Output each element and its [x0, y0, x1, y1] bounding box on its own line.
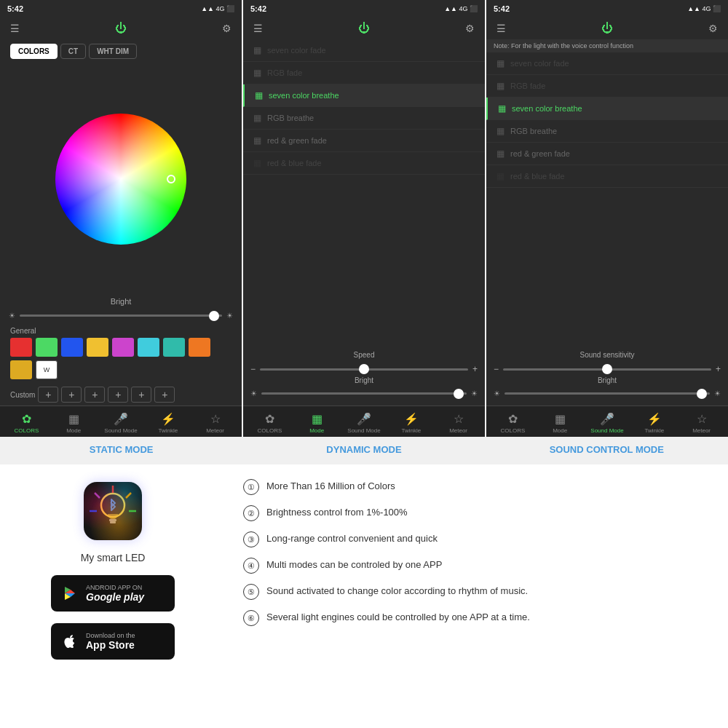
nav-sound-icon-2: 🎤 — [357, 412, 371, 426]
nav-mode-1[interactable]: ▦ Mode — [50, 412, 98, 434]
mode-item-rgbfade-3[interactable]: ▦ RGB fade — [486, 75, 728, 98]
nav-sound-label-1: Sound Mode — [104, 427, 137, 434]
nav-colors-2[interactable]: ✿ COLORS — [246, 412, 293, 434]
bright-slider-3[interactable] — [505, 392, 710, 395]
menu-icon-1[interactable]: ☰ — [10, 23, 20, 34]
gear-icon-2[interactable]: ⚙ — [465, 23, 475, 34]
nav-twinkle-2[interactable]: ⚡ Twinkle — [387, 412, 435, 434]
mode-item-rgfade-3[interactable]: ▦ red & green fade — [486, 143, 728, 165]
mode-icon-rgbbreathe-3: ▦ — [496, 126, 505, 136]
speed-plus-icon-2[interactable]: + — [472, 364, 478, 374]
tab-ct[interactable]: CT — [60, 44, 86, 59]
bright-control-row-2: ☀ ☀ — [250, 387, 478, 400]
bright-max-icon-2: ☀ — [471, 389, 478, 397]
custom-add-5[interactable]: + — [131, 387, 151, 403]
tab-wht-dim[interactable]: WHT DIM — [89, 44, 137, 59]
label-sound: SOUND CONTROL MODE — [486, 443, 728, 456]
swatch-blue[interactable] — [61, 338, 83, 357]
swatch-white[interactable]: W — [36, 360, 58, 379]
app-store-text: Download on the App Store — [86, 632, 135, 651]
speed-slider-2[interactable] — [260, 368, 468, 371]
color-wheel-container — [0, 63, 242, 294]
bright-slider-2[interactable] — [261, 392, 467, 395]
mode-item-breathe-2[interactable]: ▦ seven color breathe — [243, 84, 485, 107]
feature-6: ⑥ Several light engines could be control… — [243, 610, 711, 626]
nav-mode-3[interactable]: ▦ Mode — [537, 412, 584, 434]
speed-minus-icon-2[interactable]: − — [250, 364, 256, 374]
mode-icon-rbfade-2: ▦ — [253, 158, 261, 168]
mode-icon-rgbbreathe-2: ▦ — [253, 113, 261, 123]
mode-item-rgfade-2[interactable]: ▦ red & green fade — [243, 130, 485, 152]
menu-icon-3[interactable]: ☰ — [496, 23, 506, 34]
swatch-teal[interactable] — [163, 338, 185, 357]
controls-section-3: Sound sensitivity − + Bright ☀ ☀ — [486, 345, 728, 405]
tab-row: COLORS CT WHT DIM — [0, 39, 242, 63]
color-wheel[interactable] — [55, 114, 186, 245]
nav-colors-3[interactable]: ✿ COLORS — [489, 412, 537, 434]
phone-sound: 5:42 ▲▲ 4G ⬛ ☰ ⏻ ⚙ Note: For the light w… — [486, 0, 728, 437]
gear-icon-3[interactable]: ⚙ — [708, 23, 718, 34]
nav-sound-1[interactable]: 🎤 Sound Mode — [98, 412, 145, 434]
mode-item-fade7-3[interactable]: ▦ seven color fade — [486, 52, 728, 75]
nav-sound-3[interactable]: 🎤 Sound Mode — [584, 412, 631, 434]
bright-min-icon-2: ☀ — [250, 389, 257, 397]
nav-meteor-1[interactable]: ☆ Meteor — [191, 412, 239, 434]
swatch-orange[interactable] — [189, 338, 210, 357]
nav-sound-2[interactable]: 🎤 Sound Mode — [341, 412, 388, 434]
status-time-1: 5:42 — [7, 4, 23, 13]
power-icon-1[interactable]: ⏻ — [115, 22, 127, 35]
menu-icon-2[interactable]: ☰ — [253, 23, 263, 34]
mode-item-rgbbreathe-3[interactable]: ▦ RGB breathe — [486, 120, 728, 143]
swatch-yellow[interactable] — [87, 338, 108, 357]
nav-meteor-3[interactable]: ☆ Meteor — [678, 412, 725, 434]
custom-add-4[interactable]: + — [108, 387, 128, 403]
phone-dynamic: 5:42 ▲▲ 4G ⬛ ☰ ⏻ ⚙ ▦ seven color fade ▦ … — [243, 0, 486, 437]
label-dynamic-text: DYNAMIC MODE — [326, 444, 401, 455]
nav-colors-label-3: COLORS — [501, 427, 526, 434]
swatch-green[interactable] — [36, 338, 58, 357]
mode-item-rgbbreathe-2[interactable]: ▦ RGB breathe — [243, 107, 485, 130]
sound-slider-3[interactable] — [503, 368, 711, 371]
voice-note: Note: For the light with the voice contr… — [486, 39, 728, 52]
power-icon-3[interactable]: ⏻ — [601, 22, 613, 35]
nav-colors-label-1: COLORS — [15, 427, 39, 434]
nav-colors-1[interactable]: ✿ COLORS — [3, 412, 50, 434]
feature-num-6: ⑥ — [243, 610, 259, 626]
mode-item-fade7-2[interactable]: ▦ seven color fade — [243, 39, 485, 62]
brightness-slider[interactable] — [20, 314, 222, 317]
sound-plus-icon-3[interactable]: + — [716, 364, 721, 374]
nav-mode-icon-1: ▦ — [68, 412, 79, 426]
custom-add-1[interactable]: + — [38, 387, 58, 403]
mode-item-rbfade-3[interactable]: ▦ red & blue fade — [486, 165, 728, 188]
app-store-badge[interactable]: Download on the App Store — [51, 623, 175, 660]
content-section: My smart LED ANDROID APP ON Google play … — [0, 464, 728, 677]
nav-sound-icon-1: 🎤 — [114, 412, 128, 426]
custom-add-2[interactable]: + — [61, 387, 82, 403]
nav-meteor-2[interactable]: ☆ Meteor — [435, 412, 482, 434]
swatch-purple[interactable] — [112, 338, 134, 357]
mode-item-breathe-3[interactable]: ▦ seven color breathe — [486, 98, 728, 120]
mode-label-rbfade-2: red & blue fade — [267, 159, 322, 167]
gear-icon-1[interactable]: ⚙ — [222, 23, 232, 34]
google-play-badge[interactable]: ANDROID APP ON Google play — [51, 575, 175, 612]
custom-add-6[interactable]: + — [154, 387, 175, 403]
custom-add-3[interactable]: + — [84, 387, 105, 403]
power-icon-2[interactable]: ⏻ — [358, 22, 370, 35]
nav-twinkle-1[interactable]: ⚡ Twinkle — [144, 412, 191, 434]
mode-item-rbfade-2[interactable]: ▦ red & blue fade — [243, 152, 485, 175]
tab-colors[interactable]: COLORS — [10, 44, 58, 59]
sound-minus-icon-3[interactable]: − — [494, 364, 499, 374]
apple-icon — [61, 633, 79, 650]
swatch-gold[interactable] — [10, 360, 32, 379]
mode-item-rgbfade-2[interactable]: ▦ RGB fade — [243, 62, 485, 84]
bright-thumb-2 — [454, 389, 464, 399]
nav-twinkle-3[interactable]: ⚡ Twinkle — [630, 412, 678, 434]
swatch-cyan[interactable] — [138, 338, 159, 357]
nav-mode-2[interactable]: ▦ Mode — [293, 412, 341, 434]
google-play-subtitle: ANDROID APP ON — [86, 584, 144, 591]
nav-sound-label-2: Sound Mode — [347, 427, 380, 434]
status-bar-3: 5:42 ▲▲ 4G ⬛ — [486, 0, 728, 17]
feature-5: ⑤ Sound activated to change color accord… — [243, 584, 711, 600]
swatch-red[interactable] — [10, 338, 32, 357]
nav-colors-label-2: COLORS — [258, 427, 282, 434]
